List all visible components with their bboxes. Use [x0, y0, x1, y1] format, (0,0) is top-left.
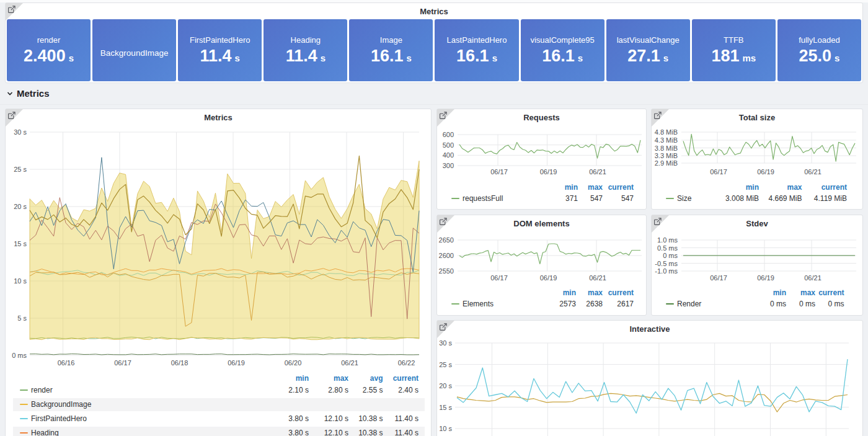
svg-text:0 ms: 0 ms [663, 252, 678, 259]
svg-text:-1.0 ms: -1.0 ms [655, 267, 678, 275]
svg-text:06/21: 06/21 [341, 359, 358, 367]
svg-text:06/17: 06/17 [490, 274, 508, 282]
svg-text:25 s: 25 s [439, 361, 452, 368]
svg-text:06/20: 06/20 [285, 359, 302, 367]
svg-text:25 s: 25 s [14, 166, 27, 173]
svg-text:4.3 MiB: 4.3 MiB [655, 136, 678, 144]
svg-text:2650: 2650 [439, 236, 454, 244]
svg-text:06/18: 06/18 [171, 359, 188, 367]
svg-text:0.5 ms: 0.5 ms [657, 244, 678, 252]
svg-text:06/22: 06/22 [398, 359, 415, 367]
svg-text:06/19: 06/19 [757, 168, 774, 176]
svg-text:06/21: 06/21 [804, 274, 822, 282]
svg-text:06/17: 06/17 [114, 359, 131, 367]
svg-text:06/19: 06/19 [228, 359, 245, 367]
svg-text:15 s: 15 s [439, 404, 452, 411]
svg-text:500: 500 [443, 141, 454, 149]
svg-text:06/17: 06/17 [490, 168, 508, 176]
svg-text:06/17: 06/17 [710, 168, 727, 176]
svg-text:06/19: 06/19 [757, 274, 774, 282]
svg-text:4.8 MiB: 4.8 MiB [655, 128, 678, 136]
svg-text:10 s: 10 s [14, 277, 27, 285]
svg-text:-0.5 ms: -0.5 ms [655, 260, 678, 267]
svg-text:06/21: 06/21 [589, 274, 606, 282]
svg-text:30 s: 30 s [439, 339, 452, 347]
svg-text:2600: 2600 [439, 252, 454, 259]
svg-text:600: 600 [443, 131, 454, 138]
svg-text:2.9 MiB: 2.9 MiB [655, 159, 678, 167]
svg-text:30 s: 30 s [14, 128, 27, 136]
svg-text:10 s: 10 s [439, 425, 452, 432]
svg-text:2550: 2550 [439, 267, 454, 275]
svg-text:3.3 MiB: 3.3 MiB [655, 152, 678, 159]
svg-text:3.8 MiB: 3.8 MiB [655, 145, 678, 152]
svg-text:06/19: 06/19 [540, 168, 557, 176]
svg-text:0 ms: 0 ms [12, 352, 27, 359]
svg-text:5 s: 5 s [17, 314, 27, 322]
svg-text:400: 400 [443, 151, 454, 159]
svg-text:06/17: 06/17 [710, 274, 727, 282]
svg-text:15 s: 15 s [14, 240, 27, 247]
svg-text:20 s: 20 s [439, 382, 452, 389]
svg-text:300: 300 [443, 162, 454, 169]
svg-text:06/19: 06/19 [540, 274, 557, 282]
svg-text:20 s: 20 s [14, 203, 27, 210]
svg-text:06/21: 06/21 [589, 168, 606, 176]
svg-text:06/21: 06/21 [804, 168, 822, 176]
svg-text:1.0 ms: 1.0 ms [657, 236, 678, 244]
svg-text:06/16: 06/16 [58, 359, 75, 367]
